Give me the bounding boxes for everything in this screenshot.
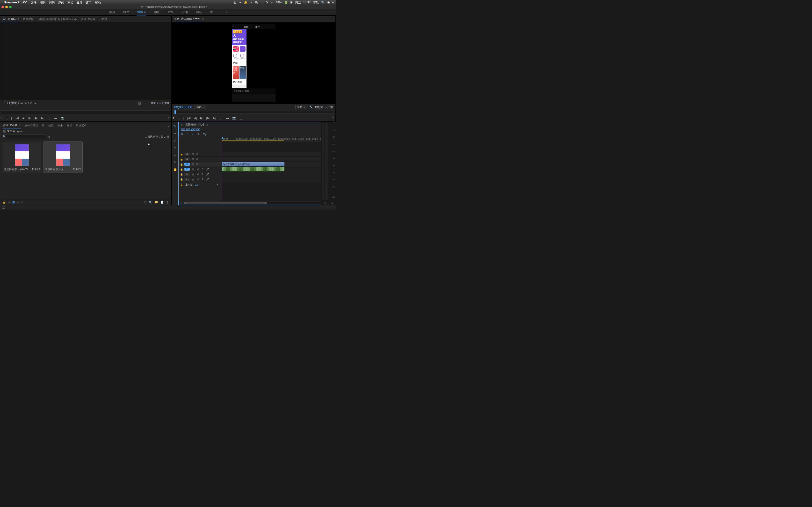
window-close-button[interactable] bbox=[1, 6, 4, 8]
track-lane-a1[interactable] bbox=[222, 167, 336, 172]
time-ruler[interactable]: :00;00 00;00;14;29 00;00;29;29 00;00;44;… bbox=[222, 137, 336, 142]
sequence-name[interactable]: 背景模糊·字大小 bbox=[185, 123, 205, 126]
project-item[interactable]: 背景模糊·字大小.MOV 1;06;28 bbox=[3, 142, 41, 173]
meter-solo-l[interactable]: S bbox=[324, 202, 326, 205]
track-header-a2[interactable]: 🔒 A2 ⊟ M S 🎤 bbox=[179, 172, 222, 177]
tl-linked-sel-btn[interactable]: ⟐ bbox=[192, 132, 194, 136]
tab-effects[interactable]: 效果 bbox=[57, 124, 63, 128]
project-new-bin-btn[interactable]: 📁 bbox=[155, 201, 158, 204]
source-scrub-bar[interactable] bbox=[0, 110, 171, 114]
src-add-btn[interactable]: + bbox=[168, 116, 171, 120]
project-find-btn[interactable]: 🔍 bbox=[149, 201, 152, 204]
sequence-close-btn[interactable]: × bbox=[181, 123, 183, 126]
master-value[interactable]: 0.0 bbox=[195, 183, 198, 186]
tab-project[interactable]: 项目: 未命名 ≡ bbox=[3, 123, 21, 128]
source-tc-left[interactable]: 00;00;00;00 bbox=[3, 101, 20, 105]
solo-btn[interactable]: S bbox=[201, 168, 204, 171]
program-scrub-bar[interactable] bbox=[174, 111, 333, 114]
prog-in-btn[interactable]: { bbox=[179, 116, 179, 120]
track-lane-v2[interactable] bbox=[222, 157, 336, 162]
menu-file[interactable]: 文件 bbox=[31, 0, 37, 5]
tl-snap-btn[interactable]: ※ bbox=[181, 132, 183, 136]
src-overwrite-btn[interactable]: ▬ bbox=[54, 116, 57, 120]
window-minimize-button[interactable] bbox=[5, 6, 8, 8]
source-overlay-icon[interactable]: ▦ bbox=[138, 101, 141, 105]
tab-metadata[interactable]: 元数据 bbox=[99, 17, 107, 22]
track-label[interactable]: V1 bbox=[185, 163, 190, 166]
ws-tab-effects[interactable]: 效果 bbox=[167, 9, 174, 15]
src-in-btn[interactable]: { bbox=[6, 116, 7, 120]
lock-icon[interactable]: 🔒 bbox=[180, 153, 183, 156]
track-label[interactable]: V2 bbox=[185, 158, 190, 161]
hand-tool[interactable]: ✋ bbox=[173, 167, 177, 172]
project-lock-icon[interactable]: 🔓 bbox=[3, 201, 6, 204]
status-spotlight-icon[interactable]: 🔍 bbox=[321, 1, 325, 4]
src-step-back-btn[interactable]: ◀| bbox=[22, 116, 25, 120]
source-monitor-viewport[interactable] bbox=[0, 22, 171, 100]
prog-extract-btn[interactable]: ▬ bbox=[226, 116, 229, 120]
master-expand-icon[interactable]: ⟷ bbox=[217, 183, 220, 186]
prog-marker-btn[interactable]: ▼ bbox=[172, 116, 175, 120]
lock-icon[interactable]: 🔒 bbox=[180, 183, 183, 186]
selection-tool[interactable]: ↖ bbox=[173, 124, 177, 128]
program-fit-select[interactable]: 适合 bbox=[195, 105, 206, 109]
status-record-icon[interactable]: ◎ bbox=[234, 1, 236, 4]
status-evernote-icon[interactable]: 🐘 bbox=[255, 1, 258, 4]
tab-history[interactable]: 历史记录 bbox=[76, 124, 87, 128]
ripple-edit-tool[interactable]: ⇄ bbox=[173, 138, 177, 143]
prog-lift-btn[interactable]: ⬚ bbox=[219, 116, 222, 120]
menu-marker[interactable]: 标记 bbox=[67, 0, 73, 5]
track-label[interactable]: A1 bbox=[185, 168, 190, 171]
type-tool[interactable]: T bbox=[173, 175, 177, 179]
track-label[interactable]: A3 bbox=[185, 178, 190, 181]
ws-tab-editing[interactable]: 编辑 ≡ bbox=[137, 9, 146, 15]
lock-icon[interactable]: 🔒 bbox=[180, 163, 183, 166]
status-grid-icon[interactable]: ⊞ bbox=[290, 1, 293, 4]
src-step-fwd-btn[interactable]: |▶ bbox=[34, 116, 38, 120]
tab-effect-controls[interactable]: 效果控件 bbox=[23, 17, 34, 22]
menu-window[interactable]: 窗口 bbox=[86, 0, 92, 5]
pen-tool[interactable]: ✎ bbox=[173, 160, 177, 164]
window-maximize-button[interactable] bbox=[9, 6, 12, 8]
program-playhead-marker[interactable] bbox=[174, 110, 176, 114]
prog-goto-out-btn[interactable]: ▶| bbox=[213, 116, 216, 120]
ws-overflow-button[interactable]: » bbox=[225, 11, 227, 14]
tab-libraries[interactable]: 库 bbox=[42, 124, 45, 128]
prog-compare-btn[interactable]: ◫ bbox=[240, 116, 242, 120]
lock-icon[interactable]: 🔒 bbox=[180, 158, 183, 161]
prog-play-btn[interactable]: ▶ bbox=[200, 116, 203, 120]
mute-btn[interactable]: M bbox=[196, 178, 199, 181]
project-new-item-btn[interactable]: 📄 bbox=[160, 201, 164, 204]
tab-media-browser[interactable]: 媒体浏览器 bbox=[24, 124, 38, 128]
project-zoom-slider[interactable]: ◇ bbox=[21, 201, 23, 204]
status-sync-icon[interactable]: ⟳ bbox=[266, 1, 268, 4]
project-search-input[interactable] bbox=[4, 134, 46, 139]
status-wifi-icon[interactable]: ᯤ bbox=[271, 1, 273, 4]
prog-step-fwd-btn[interactable]: |▶ bbox=[206, 116, 209, 120]
ws-tab-assembly[interactable]: 组件 bbox=[123, 9, 130, 15]
track-header-v1[interactable]: 🔒 V1 ⊟ 👁 bbox=[179, 162, 222, 167]
mute-btn[interactable]: M bbox=[196, 173, 199, 176]
project-freeform-view-btn[interactable]: ○ bbox=[17, 201, 19, 204]
ws-tab-libraries[interactable]: 库 bbox=[209, 9, 213, 15]
razor-tool[interactable]: ✂ bbox=[173, 146, 177, 150]
voice-record-icon[interactable]: 🎤 bbox=[206, 178, 209, 181]
status-send-icon[interactable]: ✈ bbox=[250, 1, 252, 4]
solo-btn[interactable]: S bbox=[201, 173, 204, 176]
timeline-timecode[interactable]: 00;00;00;00 bbox=[181, 127, 200, 131]
project-delete-btn[interactable]: 🗑 bbox=[166, 201, 169, 204]
program-wrench-icon[interactable]: 🔧 bbox=[309, 106, 313, 109]
tab-project-dup[interactable]: 项目: 未命名 bbox=[81, 17, 95, 22]
project-overflow-button[interactable]: » bbox=[167, 125, 169, 127]
sync-lock-icon[interactable]: ⊟ bbox=[191, 158, 195, 161]
sync-lock-icon[interactable]: ⊟ bbox=[191, 168, 195, 171]
track-label[interactable]: V3 bbox=[185, 153, 190, 156]
src-out-btn[interactable]: } bbox=[11, 116, 12, 120]
eye-icon[interactable]: 👁 bbox=[196, 163, 198, 166]
video-clip[interactable]: fx背景模糊·字大小.MOV [V] bbox=[222, 162, 285, 166]
ws-tab-audio[interactable]: 音频 bbox=[182, 9, 188, 15]
lock-icon[interactable]: 🔒 bbox=[180, 173, 183, 176]
pager-next[interactable]: ▶ bbox=[35, 102, 37, 105]
eye-icon[interactable]: 👁 bbox=[196, 158, 198, 161]
tl-settings-btn[interactable]: 🔧 bbox=[203, 132, 206, 136]
